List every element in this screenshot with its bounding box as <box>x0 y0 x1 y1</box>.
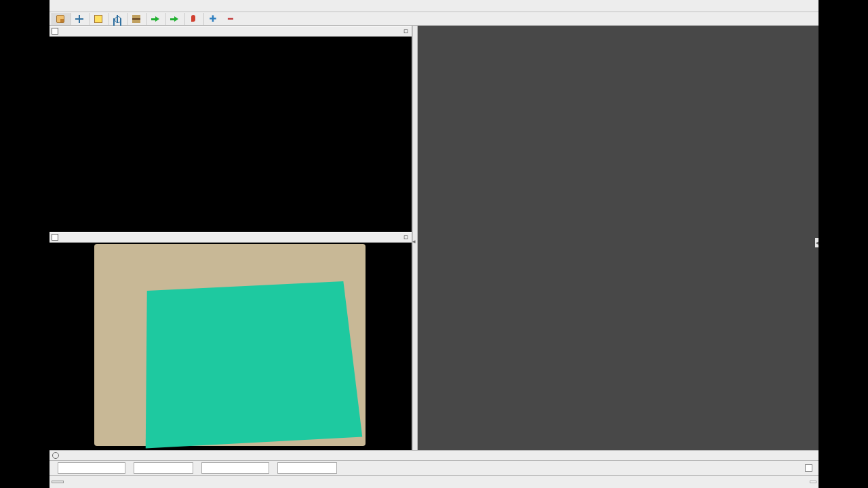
fps-indicator <box>810 481 816 483</box>
camera-scene <box>94 244 366 446</box>
left-column: ▫ ▫ <box>50 26 412 450</box>
pose-estimate-icon <box>151 15 159 23</box>
clock-icon <box>52 452 59 459</box>
move-camera-icon <box>75 15 83 23</box>
tool-publish-point[interactable] <box>185 13 204 25</box>
image-panel-bottom[interactable] <box>50 243 412 450</box>
tool-measure[interactable] <box>128 13 147 25</box>
reset-row <box>50 475 818 488</box>
panel-icon <box>52 234 58 241</box>
minus-icon: ━ <box>226 15 235 23</box>
measure-icon <box>132 15 140 23</box>
checkbox-icon <box>805 464 812 472</box>
tool-2d-nav-goal[interactable] <box>166 13 185 25</box>
3d-scene <box>418 26 621 127</box>
focus-camera-icon <box>113 15 121 23</box>
marker-board <box>146 281 363 449</box>
tool-interact[interactable] <box>52 13 71 25</box>
image-panel-bottom-titlebar[interactable]: ▫ <box>50 232 412 243</box>
select-icon <box>94 15 102 23</box>
menu-panels[interactable] <box>63 5 73 7</box>
undock-icon[interactable]: ▫ <box>402 28 410 35</box>
image-panel-top[interactable] <box>50 37 412 232</box>
image-panel-top-titlebar[interactable]: ▫ <box>50 26 412 37</box>
wall-time-field[interactable] <box>201 462 269 474</box>
tool-focus-camera[interactable] <box>109 13 128 25</box>
tool-move-camera[interactable] <box>71 13 90 25</box>
menubar <box>50 0 818 12</box>
toolbar: ✚ ━ <box>50 12 818 26</box>
wall-elapsed-field[interactable] <box>277 462 337 474</box>
time-panel <box>50 460 818 475</box>
vertical-splitter[interactable] <box>412 26 418 450</box>
rviz-window: ✚ ━ ▫ ▫ <box>50 0 818 488</box>
interact-icon <box>56 15 64 23</box>
publish-point-icon <box>189 15 197 23</box>
time-panel-titlebar[interactable] <box>50 450 818 460</box>
ros-elapsed-field[interactable] <box>134 462 193 474</box>
tool-remove[interactable]: ━ <box>222 13 239 25</box>
bottom-panels <box>50 450 818 488</box>
tool-select[interactable] <box>90 13 109 25</box>
nav-goal-icon <box>170 15 178 23</box>
tool-2d-pose-estimate[interactable] <box>147 13 166 25</box>
reset-button[interactable] <box>52 481 64 483</box>
menu-file[interactable] <box>52 5 62 7</box>
tool-add[interactable]: ✚ <box>204 13 222 25</box>
menu-help[interactable] <box>74 5 83 7</box>
experimental-checkbox[interactable] <box>805 464 814 472</box>
plus-icon: ✚ <box>208 15 218 23</box>
undock-icon[interactable]: ▫ <box>402 234 410 241</box>
main-area: ▫ ▫ <box>50 26 818 450</box>
ros-time-field[interactable] <box>58 462 125 474</box>
panel-icon <box>52 28 58 35</box>
3d-view[interactable] <box>418 26 818 450</box>
